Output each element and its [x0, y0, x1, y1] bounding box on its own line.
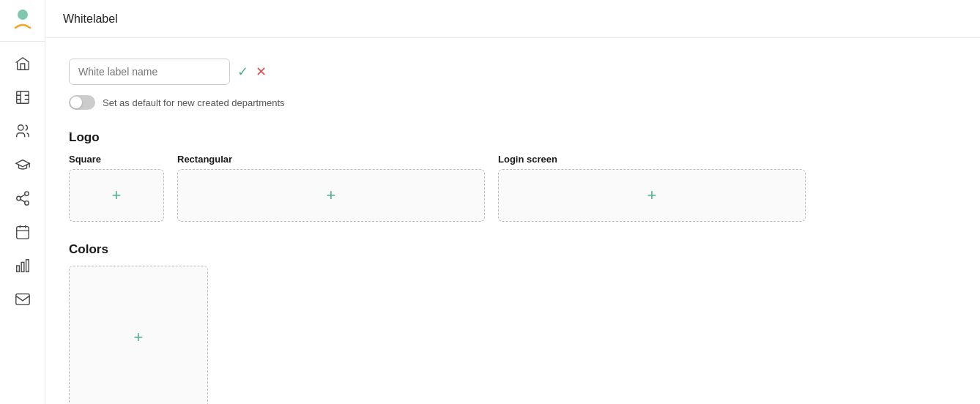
default-department-toggle[interactable]: [69, 95, 95, 110]
confirm-icon[interactable]: ✓: [237, 64, 248, 80]
logo-login-col: Login screen +: [498, 154, 806, 222]
cancel-icon[interactable]: ✕: [256, 64, 267, 80]
svg-rect-9: [26, 260, 29, 272]
logo-square-upload[interactable]: +: [69, 169, 164, 222]
colors-section-title: Colors: [69, 242, 957, 257]
svg-rect-10: [15, 294, 29, 305]
logo-rect-label: Rectangular: [177, 154, 485, 165]
toggle-label: Set as default for new created departmen…: [103, 97, 285, 108]
page-title: Whitelabel: [63, 12, 118, 26]
sidebar-item-users[interactable]: [7, 115, 39, 147]
header: Whitelabel: [45, 0, 980, 38]
plus-icon-color: +: [134, 329, 144, 345]
svg-point-5: [24, 201, 29, 206]
logo-rect-col: Rectangular +: [177, 154, 485, 222]
plus-icon: +: [112, 187, 122, 203]
colors-section: Colors +: [69, 242, 957, 404]
svg-point-0: [18, 10, 28, 20]
logo-login-upload[interactable]: +: [498, 169, 806, 222]
svg-rect-1: [16, 91, 29, 104]
logo-square-col: Square +: [69, 154, 164, 222]
sidebar-item-mail[interactable]: [7, 283, 39, 315]
plus-icon-login: +: [647, 187, 657, 203]
colors-upload[interactable]: +: [69, 266, 208, 404]
logo-section-title: Logo: [69, 130, 957, 145]
svg-point-2: [18, 125, 23, 130]
sidebar-item-analytics[interactable]: [7, 250, 39, 282]
default-department-toggle-row: Set as default for new created departmen…: [69, 95, 957, 110]
sidebar-divider: [0, 41, 45, 42]
logo-login-label: Login screen: [498, 154, 806, 165]
sidebar-item-building[interactable]: [7, 81, 39, 113]
svg-rect-7: [16, 266, 19, 272]
logo-square-label: Square: [69, 154, 164, 165]
content-area: ✓ ✕ Set as default for new created depar…: [45, 38, 980, 404]
app-logo: [10, 6, 36, 32]
sidebar-item-learning[interactable]: [7, 149, 39, 181]
plus-icon-rect: +: [327, 187, 336, 203]
svg-rect-8: [21, 262, 24, 272]
logo-grid: Square + Rectangular + Login screen +: [69, 154, 957, 222]
logo-rect-upload[interactable]: +: [177, 169, 485, 222]
svg-point-4: [16, 196, 21, 201]
main-area: Whitelabel ✓ ✕ Set as default for new cr…: [45, 0, 980, 404]
white-label-name-input[interactable]: [69, 59, 230, 85]
sidebar-item-share[interactable]: [7, 182, 39, 214]
svg-rect-6: [16, 227, 29, 239]
sidebar: [0, 0, 45, 404]
svg-point-3: [24, 192, 29, 196]
sidebar-item-calendar[interactable]: [7, 216, 39, 248]
name-input-row: ✓ ✕: [69, 59, 957, 85]
sidebar-item-home[interactable]: [7, 48, 39, 80]
